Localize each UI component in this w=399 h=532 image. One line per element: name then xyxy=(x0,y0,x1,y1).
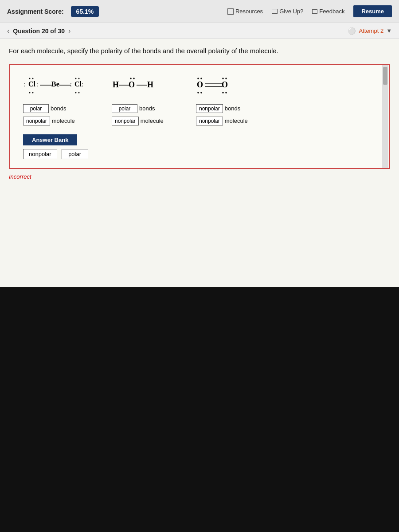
svg-point-33 xyxy=(225,78,227,79)
svg-point-15 xyxy=(75,92,77,93)
top-bar-actions: Resources Give Up? Feedback Resume xyxy=(227,5,392,17)
feedback-icon xyxy=(312,9,317,14)
incorrect-label: Incorrect xyxy=(9,173,390,180)
mol2-molecule-label: molecule xyxy=(141,117,164,124)
svg-text:O: O xyxy=(197,80,203,89)
mol2-bonds-row: polar bonds xyxy=(112,104,155,113)
svg-point-34 xyxy=(222,92,224,94)
attempt-badge: ⚪ Attempt 2 ▼ xyxy=(348,27,392,35)
prev-question-button[interactable]: ‹ xyxy=(7,27,9,35)
svg-text:Cl: Cl xyxy=(28,80,36,88)
give-up-button[interactable]: Give Up? xyxy=(272,8,303,15)
svg-point-25 xyxy=(197,78,199,79)
attempt-label: Attempt 2 xyxy=(359,27,383,34)
mol2-bonds-polarity[interactable]: polar xyxy=(112,104,137,113)
svg-text:O: O xyxy=(129,80,135,89)
svg-point-10 xyxy=(32,78,34,79)
mol3-molecule-row: nonpolar molecule xyxy=(196,117,248,125)
mol2-bonds-label: bonds xyxy=(139,105,155,112)
molecule-diagram-2: H O H xyxy=(112,74,169,98)
answer-item-polar[interactable]: polar xyxy=(62,149,88,159)
svg-text:H: H xyxy=(113,80,119,89)
molecule-block-2: H O H polar bonds nonpolar xyxy=(112,74,169,125)
attempt-dropdown-button[interactable]: ▼ xyxy=(386,27,392,34)
svg-point-9 xyxy=(29,78,31,79)
svg-text::: : xyxy=(36,81,38,88)
resume-button[interactable]: Resume xyxy=(353,5,392,17)
molecules-container: : Cl : Be : Cl : xyxy=(9,64,390,169)
score-badge: 65.1% xyxy=(71,6,99,17)
mol1-bonds-polarity[interactable]: polar xyxy=(23,104,49,113)
main-content: For each molecule, specify the polarity … xyxy=(0,39,399,287)
mol1-molecule-polarity[interactable]: nonpolar xyxy=(23,117,50,125)
give-up-icon xyxy=(272,9,278,14)
molecule-block-1: : Cl : Be : Cl : xyxy=(23,74,85,125)
scrollbar-thumb xyxy=(383,67,387,85)
resources-icon xyxy=(227,8,234,15)
svg-point-28 xyxy=(200,92,202,94)
attempt-icon: ⚪ xyxy=(348,27,356,35)
svg-text::: : xyxy=(82,81,83,88)
svg-point-26 xyxy=(200,78,202,79)
svg-text::: : xyxy=(70,81,72,88)
svg-point-16 xyxy=(78,92,80,93)
svg-point-12 xyxy=(32,92,34,93)
mol2-molecule-row: nonpolar molecule xyxy=(112,117,164,125)
svg-point-35 xyxy=(225,92,227,94)
svg-point-14 xyxy=(78,78,80,79)
svg-point-13 xyxy=(75,78,77,79)
feedback-button[interactable]: Feedback xyxy=(312,8,344,15)
svg-text::: : xyxy=(24,81,26,88)
answer-bank-header: Answer Bank xyxy=(23,134,77,145)
mol3-bonds-label: bonds xyxy=(225,105,240,112)
molecule-block-3: O O xyxy=(196,74,248,125)
mol3-bonds-polarity[interactable]: nonpolar xyxy=(196,104,223,113)
svg-text:Be: Be xyxy=(51,80,59,88)
svg-text:O: O xyxy=(222,80,228,89)
svg-point-21 xyxy=(133,78,135,79)
svg-point-32 xyxy=(222,78,224,79)
mol3-molecule-polarity[interactable]: nonpolar xyxy=(196,117,223,125)
answer-bank-section: Answer Bank nonpolar polar xyxy=(23,134,88,159)
bottom-area xyxy=(0,287,399,532)
top-bar: Assignment Score: 65.1% Resources Give U… xyxy=(0,0,399,23)
resources-button[interactable]: Resources xyxy=(227,8,263,15)
molecule-diagram-1: : Cl : Be : Cl : xyxy=(23,74,85,98)
molecule-diagram-3: O O xyxy=(196,74,245,98)
question-nav: ‹ Question 20 of 30 › ⚪ Attempt 2 ▼ xyxy=(0,23,399,39)
question-label: Question 20 of 30 xyxy=(13,27,65,35)
next-question-button[interactable]: › xyxy=(68,27,70,35)
svg-point-20 xyxy=(130,78,132,79)
mol2-molecule-polarity[interactable]: nonpolar xyxy=(112,117,139,125)
answer-item-nonpolar[interactable]: nonpolar xyxy=(23,149,57,159)
mol1-bonds-row: polar bonds xyxy=(23,104,66,113)
svg-point-11 xyxy=(29,92,31,93)
question-text: For each molecule, specify the polarity … xyxy=(9,46,390,56)
svg-text:Cl: Cl xyxy=(74,80,82,88)
mol3-bonds-row: nonpolar bonds xyxy=(196,104,240,113)
svg-text:H: H xyxy=(147,80,153,89)
mol1-molecule-label: molecule xyxy=(52,117,75,124)
molecules-row: : Cl : Be : Cl : xyxy=(23,74,376,125)
mol1-molecule-row: nonpolar molecule xyxy=(23,117,75,125)
mol3-molecule-label: molecule xyxy=(225,117,248,124)
assignment-score-label: Assignment Score: xyxy=(7,8,64,15)
answer-bank-items: nonpolar polar xyxy=(23,149,88,159)
scrollbar[interactable] xyxy=(382,65,388,168)
svg-point-27 xyxy=(197,92,199,94)
mol1-bonds-label: bonds xyxy=(51,105,66,112)
